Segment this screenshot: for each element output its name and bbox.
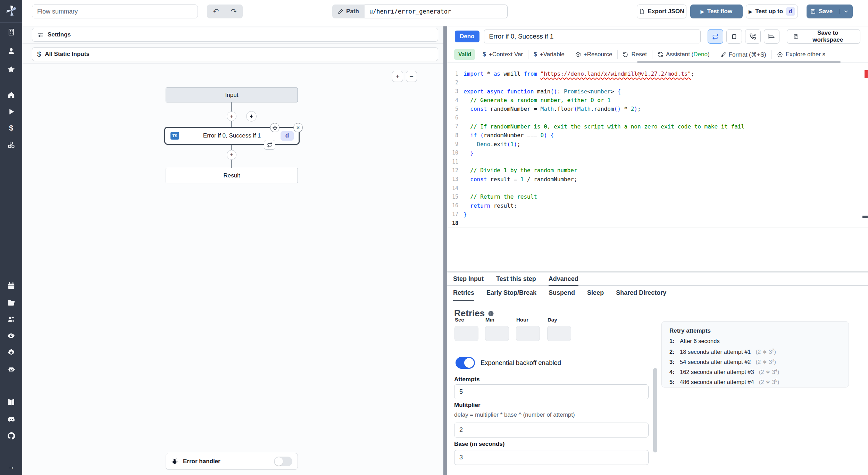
content-scrollbar[interactable] [653, 368, 657, 452]
early-stop-config-button[interactable] [726, 29, 742, 44]
base-input[interactable] [454, 450, 649, 465]
add-step-button[interactable]: + [227, 150, 236, 160]
step-name-input[interactable] [484, 30, 701, 43]
sidebar-item-favorites[interactable] [0, 60, 22, 79]
sidebar-item-workers[interactable] [0, 361, 22, 377]
valid-status-badge: Valid [454, 49, 475, 60]
zoom-out-button[interactable]: − [406, 71, 417, 82]
result-node-label: Result [223, 172, 240, 179]
add-resource-button[interactable]: +Resource [570, 49, 618, 60]
close-icon: × [297, 124, 300, 131]
delete-step-button[interactable]: × [293, 123, 303, 132]
multiplier-input[interactable] [454, 423, 649, 438]
plus-icon: + [230, 151, 233, 158]
repeat-icon [712, 33, 719, 40]
sidebar-item-audit-logs[interactable] [0, 327, 22, 344]
sidebar-item-folders[interactable] [0, 294, 22, 311]
code-editor[interactable]: 1import * as wmill from "https://deno.la… [447, 63, 868, 271]
suspend-config-button[interactable] [745, 29, 761, 44]
redo-button[interactable]: ↷ [225, 5, 243, 18]
sidebar-item-settings[interactable] [0, 344, 22, 361]
tab-sleep[interactable]: Sleep [587, 286, 604, 301]
flow-panel: Settings $ All Static Inputs + − Input +… [22, 26, 443, 475]
sidebar-item-resources[interactable] [0, 136, 22, 153]
min-label: Min [485, 318, 494, 323]
step-node-title: Error if 0, Success if 1 [165, 132, 299, 139]
min-input[interactable] [485, 326, 509, 341]
sidebar-item-groups[interactable] [0, 311, 22, 327]
editor-panel: Deno Save to workspace Valid $ +Context … [447, 26, 868, 475]
tab-retries[interactable]: Retries [453, 286, 474, 301]
step-id-badge: d [786, 7, 795, 16]
retries-section: Retries Sec Min Hour Day Exponential bac… [447, 301, 868, 471]
assistant-button[interactable]: Assistant (Deno) [652, 49, 715, 60]
day-input[interactable] [547, 326, 571, 341]
attempts-input[interactable] [454, 384, 649, 399]
all-static-inputs-button[interactable]: $ All Static Inputs [32, 47, 438, 61]
explore-scripts-button[interactable]: Explore other s [772, 49, 831, 60]
tab-shared-directory[interactable]: Shared Directory [616, 286, 666, 301]
path-input[interactable] [365, 5, 508, 18]
tab-step-input[interactable]: Step Input [453, 273, 484, 286]
sidebar-item-discord[interactable] [0, 411, 22, 427]
save-button[interactable]: Save [807, 5, 853, 18]
reset-button[interactable]: Reset [618, 49, 652, 60]
backoff-toggle-row: Exponential backoff enabled [456, 357, 561, 369]
sidebar-item-home[interactable] [0, 86, 22, 103]
pencil-icon [338, 9, 343, 14]
exponential-backoff-toggle[interactable] [456, 357, 475, 369]
retries-config-button[interactable] [708, 29, 723, 44]
export-json-button[interactable]: Export JSON [637, 5, 686, 18]
sidebar-item-variables[interactable]: $ [0, 120, 22, 136]
move-step-button[interactable] [270, 123, 279, 132]
phone-incoming-icon [750, 33, 756, 40]
test-flow-button[interactable]: ▶ Test flow [690, 5, 743, 18]
vertical-splitter[interactable] [443, 26, 447, 475]
test-up-to-button[interactable]: ▶ Test up to d [746, 5, 798, 18]
bug-icon [171, 458, 178, 465]
flow-summary-input[interactable] [32, 5, 198, 18]
save-dropdown-button[interactable] [839, 9, 852, 14]
box-icon [575, 52, 581, 57]
dollar-icon: $ [534, 51, 537, 58]
save-to-workspace-button[interactable]: Save to workspace [787, 29, 860, 44]
flow-settings-button[interactable]: Settings [32, 28, 438, 42]
format-button[interactable]: Format (⌘+S) [715, 49, 771, 60]
backoff-toggle-label: Exponential backoff enabled [481, 359, 561, 367]
zoom-in-button[interactable]: + [392, 71, 403, 82]
stop-square-icon [731, 34, 737, 40]
step-node[interactable]: TS Error if 0, Success if 1 d [164, 127, 300, 145]
info-icon[interactable] [488, 310, 494, 317]
sidebar-expand-arrow-icon[interactable]: → [0, 458, 22, 475]
sidebar-item-user[interactable] [0, 41, 22, 60]
error-handler-toggle[interactable] [274, 457, 292, 466]
sleep-config-button[interactable] [764, 29, 779, 44]
tab-test-this-step[interactable]: Test this step [496, 273, 536, 286]
add-context-var-button[interactable]: $ +Context Var [477, 49, 528, 60]
tab-advanced[interactable]: Advanced [549, 273, 578, 286]
flow-canvas[interactable]: + − Input + TS Error if 0, Success if 1 … [22, 64, 443, 475]
input-node[interactable]: Input [166, 88, 298, 102]
sidebar-item-runs[interactable] [0, 103, 22, 120]
add-trigger-button[interactable] [246, 111, 257, 122]
test-up-to-label: Test up to [755, 8, 783, 15]
error-handler-label: Error handler [183, 458, 269, 465]
sec-input[interactable] [454, 326, 478, 341]
tab-suspend[interactable]: Suspend [549, 286, 575, 301]
hour-input[interactable] [516, 326, 540, 341]
dollar-icon: $ [483, 51, 486, 58]
add-step-button[interactable]: + [227, 111, 236, 121]
tab-early-stop[interactable]: Early Stop/Break [486, 286, 536, 301]
windmill-logo-icon[interactable] [5, 4, 18, 17]
sidebar-item-schedules[interactable] [0, 277, 22, 294]
result-node[interactable]: Result [166, 168, 298, 183]
undo-button[interactable]: ↶ [207, 5, 225, 18]
undo-redo-group: ↶ ↷ [207, 5, 243, 18]
sidebar-item-github[interactable] [0, 427, 22, 444]
add-variable-button[interactable]: $ +Variable [528, 49, 570, 60]
sidebar-item-workspace[interactable] [0, 23, 22, 41]
input-node-label: Input [225, 92, 239, 99]
sidebar-item-docs[interactable] [0, 394, 22, 411]
step-retry-indicator[interactable] [264, 140, 275, 150]
path-chip: Path [332, 5, 365, 18]
